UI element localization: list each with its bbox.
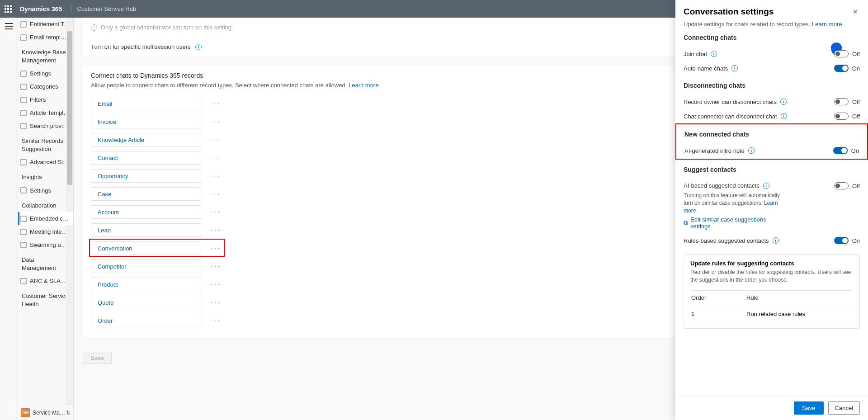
record-type-button[interactable]: Competitor — [91, 260, 201, 273]
connector-disconnect-toggle[interactable]: Off — [834, 113, 860, 120]
more-icon[interactable]: ··· — [209, 117, 223, 127]
info-icon[interactable]: i — [773, 237, 779, 244]
nav-icon — [20, 21, 27, 28]
record-type-button[interactable]: Quote — [91, 296, 201, 309]
owner-disconnect-toggle[interactable]: Off — [834, 98, 860, 105]
close-icon[interactable]: ✕ — [851, 6, 860, 17]
sidebar-item[interactable]: Settings — [18, 67, 73, 80]
nav-icon — [20, 278, 27, 285]
hamburger-icon[interactable] — [5, 23, 13, 29]
sidebar-scrollbar-track[interactable] — [66, 18, 73, 405]
ai-intro-note-toggle[interactable]: On — [833, 147, 859, 154]
sidebar-item[interactable]: Settings — [18, 184, 73, 197]
join-chat-toggle[interactable]: Off — [834, 50, 860, 57]
separator — [71, 5, 71, 13]
sidebar-item-label: Embedded chat u… — [30, 215, 70, 222]
more-icon[interactable]: ··· — [209, 243, 223, 253]
svg-rect-3 — [21, 84, 26, 90]
app-title: Dynamics 365 — [20, 5, 62, 13]
learn-more-link[interactable]: Learn more — [349, 82, 378, 89]
record-type-button[interactable]: Account — [91, 205, 201, 219]
admin-note-text: Only a global administrator can turn on … — [101, 24, 233, 31]
nav-icon — [20, 241, 27, 249]
rule-row[interactable]: 1Run related case rules — [691, 306, 852, 322]
sidebar-group: Knowledge Base Management — [18, 44, 73, 67]
record-type-button[interactable]: Conversation — [91, 241, 201, 255]
sidebar-item[interactable]: Email templates — [18, 31, 73, 44]
more-icon[interactable]: ··· — [209, 153, 223, 163]
record-type-button[interactable]: Product — [91, 278, 201, 291]
info-icon[interactable]: i — [780, 99, 787, 105]
record-type-button[interactable]: Contact — [91, 151, 201, 165]
more-icon[interactable]: ··· — [209, 316, 223, 326]
more-icon[interactable]: ··· — [209, 279, 223, 289]
sidebar-item-label: Search providers — [30, 123, 70, 129]
auto-name-toggle[interactable]: On — [834, 65, 860, 72]
rules-contacts-label: Rules-based suggested contacts — [684, 237, 769, 244]
record-type-button[interactable]: Case — [91, 187, 201, 201]
info-icon[interactable]: i — [731, 65, 738, 71]
more-icon[interactable]: ··· — [209, 189, 223, 199]
panel-cancel-button[interactable]: Cancel — [828, 401, 860, 415]
sidebar-item-label: Email templates — [30, 34, 70, 41]
sidebar-item[interactable]: Swarming using T… — [18, 238, 73, 251]
sidebar-item[interactable]: Advanced Similari… — [18, 156, 73, 169]
info-icon: i — [91, 24, 97, 31]
more-icon[interactable]: ··· — [209, 297, 223, 307]
more-icon[interactable]: ··· — [209, 99, 223, 109]
more-icon[interactable]: ··· — [209, 135, 223, 145]
svg-rect-6 — [21, 123, 26, 129]
sidebar-item[interactable]: Filters — [18, 93, 73, 106]
ai-contacts-toggle[interactable]: Off — [834, 182, 860, 189]
sidebar-item[interactable]: Meeting integrati… — [18, 225, 73, 238]
info-icon[interactable]: i — [781, 113, 787, 119]
more-icon[interactable]: ··· — [209, 207, 223, 217]
more-icon[interactable]: ··· — [209, 225, 223, 235]
rules-contacts-toggle[interactable]: On — [834, 237, 860, 244]
rule-name: Run related case rules — [746, 306, 852, 322]
edit-similar-link[interactable]: ⧉Edit similar case suggestions settings — [684, 216, 788, 230]
app-launcher-icon[interactable] — [5, 5, 12, 13]
area-avatar: SM — [21, 408, 30, 417]
record-type-button[interactable]: Order — [91, 314, 201, 327]
more-icon[interactable]: ··· — [209, 261, 223, 271]
nav-icon — [20, 187, 27, 194]
save-button[interactable]: Save — [83, 352, 112, 364]
svg-rect-1 — [21, 35, 26, 40]
sidebar-item[interactable]: Entitlement Templ… — [18, 18, 73, 31]
info-icon[interactable]: i — [711, 51, 717, 57]
svg-rect-10 — [21, 229, 26, 235]
learn-more-link[interactable]: Learn more — [812, 21, 842, 28]
svg-rect-9 — [21, 216, 26, 222]
record-type-button[interactable]: Knowledge Article — [91, 133, 201, 146]
panel-save-button[interactable]: Save — [794, 401, 824, 415]
record-type-button[interactable]: Invoice — [91, 115, 201, 128]
record-type-button[interactable]: Lead — [91, 223, 201, 237]
sidebar-item[interactable]: Search providers — [18, 119, 73, 132]
record-type-button[interactable]: Email — [91, 97, 201, 110]
join-chat-label: Join chat — [684, 51, 707, 57]
panel-footer: Save Cancel — [675, 396, 868, 420]
sidebar-item-label: Settings — [30, 187, 51, 194]
nav-icon — [20, 70, 27, 77]
sidebar-item[interactable]: Embedded chat u… — [18, 212, 73, 225]
info-icon[interactable]: i — [748, 147, 755, 154]
more-icon[interactable]: ··· — [209, 171, 223, 181]
sidebar-item[interactable]: ARC & SLA Migra… — [18, 274, 73, 288]
svg-rect-4 — [21, 97, 26, 103]
sidebar-item-label: Meeting integrati… — [30, 228, 70, 235]
area-switcher[interactable]: SM Service Managem… ⇅ — [18, 405, 73, 420]
info-icon[interactable]: i — [763, 183, 769, 189]
panel-subtitle: Update settings for chats related to rec… — [684, 21, 860, 28]
info-icon[interactable]: i — [195, 44, 202, 50]
ai-intro-note-row: AI-generated intro notei On — [684, 143, 859, 158]
multisession-label: Turn on for specific multisession users — [91, 43, 191, 50]
record-type-button[interactable]: Opportunity — [91, 169, 201, 183]
nav-icon — [20, 83, 27, 90]
sidebar-item[interactable]: Categories — [18, 80, 73, 93]
rules-table: OrderRule 1Run related case rules — [690, 289, 853, 323]
svg-rect-0 — [21, 22, 26, 27]
sidebar-item[interactable]: Article Templates — [18, 106, 73, 119]
sidebar-scrollbar-thumb[interactable] — [67, 31, 72, 185]
svg-rect-11 — [21, 242, 26, 248]
